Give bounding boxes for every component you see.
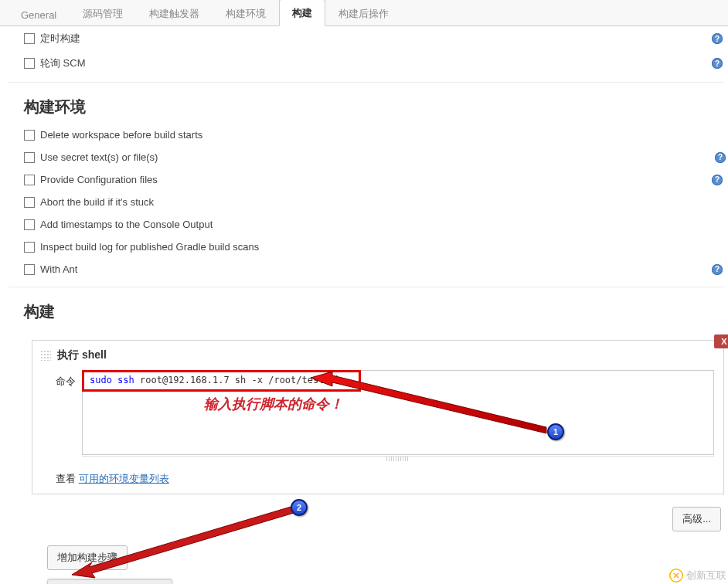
watermark: 创新互联 — [669, 569, 726, 582]
command-label: 命令 — [56, 370, 82, 389]
help-icon[interactable]: ? — [712, 58, 723, 69]
drag-handle-icon[interactable] — [40, 350, 51, 361]
label-config-files: Provide Configuration files — [40, 174, 158, 185]
tab-general[interactable]: General — [8, 2, 70, 26]
checkbox-timestamps[interactable] — [24, 219, 35, 230]
help-icon[interactable]: ? — [712, 175, 723, 185]
help-icon[interactable]: ? — [712, 264, 723, 275]
tab-env[interactable]: 构建环境 — [213, 0, 279, 26]
checkbox-config-files[interactable] — [24, 175, 35, 185]
label-gradle-scan: Inspect build log for published Gradle b… — [40, 241, 259, 253]
label-delete-workspace: Delete workspace before build starts — [40, 129, 202, 141]
tab-build[interactable]: 构建 — [279, 0, 325, 26]
config-tabs: General 源码管理 构建触发器 构建环境 构建 构建后操作 — [0, 0, 728, 26]
label-timed-build: 定时构建 — [40, 32, 80, 46]
build-step-title: 执行 shell — [57, 348, 107, 362]
label-secret: Use secret text(s) or file(s) — [40, 151, 158, 163]
label-with-ant: With Ant — [40, 263, 77, 275]
see-label: 查看 — [56, 473, 79, 484]
tab-scm[interactable]: 源码管理 — [70, 0, 136, 26]
env-vars-link[interactable]: 可用的环境变量列表 — [79, 473, 169, 484]
section-title-env: 构建环境 — [24, 83, 724, 124]
checkbox-secret[interactable] — [24, 152, 35, 163]
build-step-shell: X 执行 shell ? 命令 sudo ssh root@192.168.1.… — [32, 340, 724, 494]
checkbox-poll-scm[interactable] — [24, 58, 35, 69]
checkbox-delete-workspace[interactable] — [24, 130, 35, 141]
add-build-step-button[interactable]: 增加构建步骤 — [47, 545, 128, 570]
footer-bar: 保存 应用 — [47, 579, 172, 584]
tab-post[interactable]: 构建后操作 — [325, 0, 402, 26]
help-icon[interactable]: ? — [712, 33, 723, 44]
checkbox-gradle-scan[interactable] — [24, 242, 35, 253]
advanced-button[interactable]: 高级... — [672, 507, 721, 531]
checkbox-with-ant[interactable] — [24, 264, 35, 275]
tab-triggers[interactable]: 构建触发器 — [136, 0, 213, 26]
help-icon[interactable]: ? — [715, 152, 726, 163]
checkbox-abort-stuck[interactable] — [24, 197, 35, 208]
label-abort-stuck: Abort the build if it's stuck — [40, 196, 154, 208]
label-poll-scm: 轮询 SCM — [40, 56, 86, 70]
command-textarea[interactable] — [82, 370, 714, 455]
section-title-build: 构建 — [24, 287, 724, 328]
checkbox-timed-build[interactable] — [24, 33, 35, 44]
resize-grip[interactable] — [82, 456, 714, 461]
label-timestamps: Add timestamps to the Console Output — [40, 219, 213, 230]
watermark-text: 创新互联 — [686, 569, 726, 582]
